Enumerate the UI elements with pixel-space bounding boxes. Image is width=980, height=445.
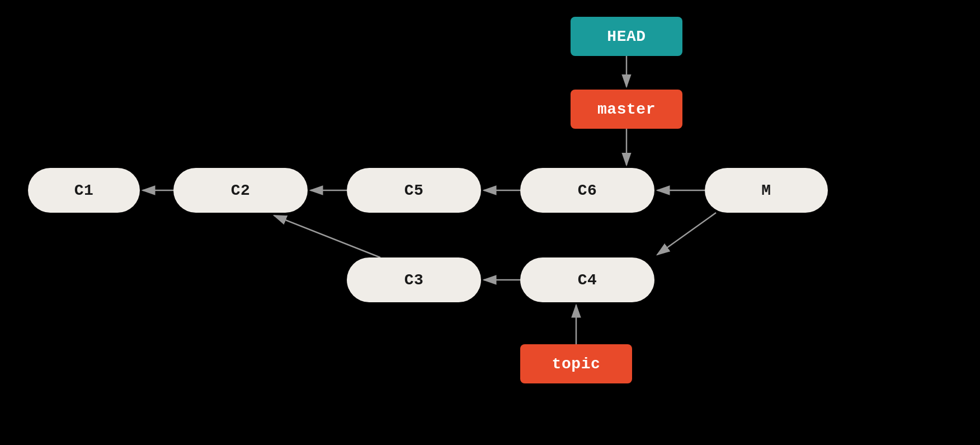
head-node: HEAD (571, 17, 682, 56)
svg-line-7 (657, 213, 716, 255)
topic-label: topic (552, 355, 601, 373)
c6-node: C6 (520, 168, 654, 213)
c6-label: C6 (578, 182, 597, 199)
c5-label: C5 (404, 182, 424, 199)
c3-label: C3 (404, 271, 424, 289)
c4-node: C4 (520, 257, 654, 302)
git-diagram: HEAD master C6 C5 C2 C1 M C4 C3 topic (0, 0, 980, 445)
c2-label: C2 (231, 182, 251, 199)
c3-node: C3 (347, 257, 481, 302)
topic-node: topic (520, 344, 632, 383)
head-label: HEAD (607, 28, 646, 45)
c4-label: C4 (578, 271, 597, 289)
m-node: M (705, 168, 828, 213)
m-label: M (761, 182, 771, 199)
master-node: master (571, 90, 682, 129)
svg-line-9 (274, 216, 380, 257)
c1-label: C1 (74, 182, 94, 199)
c2-node: C2 (173, 168, 308, 213)
c1-node: C1 (28, 168, 140, 213)
master-label: master (597, 101, 656, 118)
c5-node: C5 (347, 168, 481, 213)
